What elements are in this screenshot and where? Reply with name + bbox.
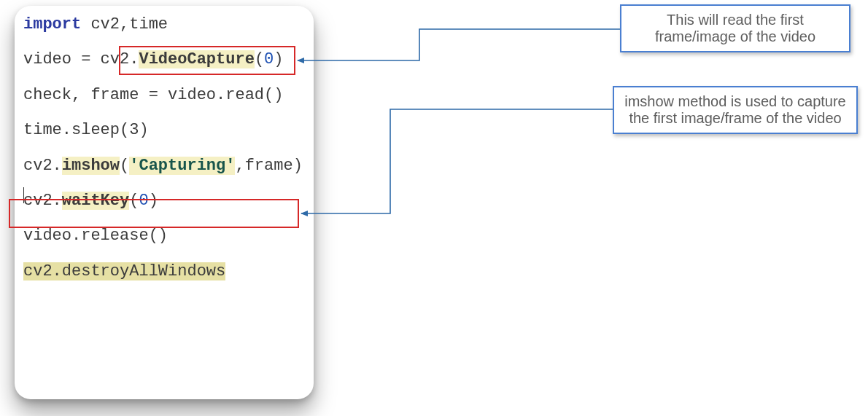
code-text: ,frame) [235,157,302,175]
numeric-literal: 0 [139,192,148,210]
paren-close: ) [149,192,158,210]
callout-text-line: This will read the first [632,12,839,28]
paren-open: ( [255,50,264,68]
fn-imshow: imshow [62,157,120,175]
fn-waitkey: waitKey [62,192,129,210]
callout-text-line: imshow method is used to capture [624,93,846,110]
fn-videocapture: VideoCapture [139,50,254,68]
text-cursor [23,187,24,203]
code-editor-card: import cv2,time video = cv2.VideoCapture… [15,6,314,399]
paren-open: ( [120,157,129,175]
callout-text-line: frame/image of the video [632,28,839,45]
code-block: import cv2,time video = cv2.VideoCapture… [23,16,305,280]
code-text: cv2. [23,157,62,175]
code-text: cv2,time [81,15,168,34]
code-text: cv2. [23,192,62,210]
numeric-literal: 0 [264,50,274,68]
string-literal: 'Capturing' [129,157,235,175]
callout-text-line: the first image/frame of the video [624,110,846,127]
code-text: video = cv2. [23,50,139,68]
fn-destroyallwindows: cv2.destroyAllWindows [23,262,225,280]
paren-open: ( [129,192,139,210]
code-text: time.sleep(3) [23,121,149,139]
paren-close: ) [274,50,283,68]
code-text: video.release() [23,227,168,245]
code-text: check, frame = video.read() [23,86,283,104]
callout-imshow: imshow method is used to capture the fir… [613,86,858,134]
callout-videocapture: This will read the first frame/image of … [620,4,850,52]
keyword-import: import [23,15,81,34]
